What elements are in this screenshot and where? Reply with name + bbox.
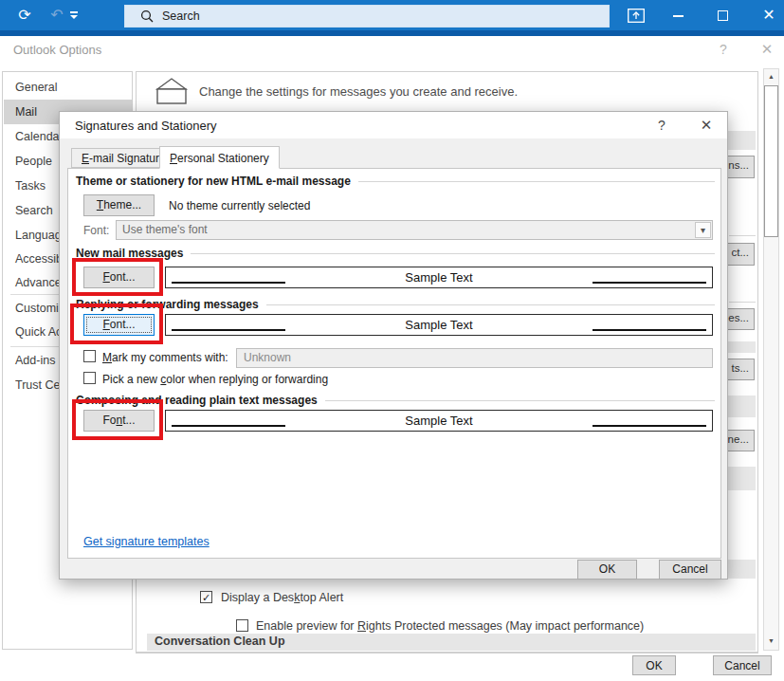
new-mail-sample-box: Sample Text xyxy=(165,267,713,288)
vertical-scrollbar[interactable]: ▲ ▼ xyxy=(763,68,779,651)
divider xyxy=(729,302,756,303)
font-combo-label: Font: xyxy=(83,224,109,237)
maximize-icon[interactable] xyxy=(718,10,728,21)
scroll-up-icon[interactable]: ▲ xyxy=(764,69,778,84)
pick-color-label[interactable]: Pick a new color when replying or forwar… xyxy=(102,373,328,386)
close-window-icon[interactable]: ✕ xyxy=(757,0,780,30)
get-signature-templates-link[interactable]: Get signature templates xyxy=(83,535,210,548)
dialog-ok-button[interactable]: OK xyxy=(577,560,637,580)
rights-preview-checkbox[interactable] xyxy=(236,619,248,632)
signatures-stationery-dialog: Signatures and Stationery ? ✕ E-mail Sig… xyxy=(59,111,728,580)
minimize-icon[interactable] xyxy=(673,15,684,17)
mark-comments-label[interactable]: Mark my comments with: xyxy=(102,351,228,364)
dialog-cancel-button[interactable]: Cancel xyxy=(659,560,721,580)
conversation-cleanup-header: Conversation Clean Up xyxy=(147,634,756,651)
options-ok-button[interactable]: OK xyxy=(632,655,676,675)
mail-panel-intro: Change the settings for messages you cre… xyxy=(199,84,518,99)
dialog-help-icon[interactable]: ? xyxy=(653,118,670,133)
search-placeholder: Search xyxy=(162,9,200,23)
scrollbar-thumb[interactable] xyxy=(764,85,778,237)
rights-preview-label[interactable]: Enable preview for Rights Protected mess… xyxy=(256,619,644,633)
theme-font-combobox[interactable]: Use theme's font ▾ xyxy=(116,220,713,240)
dialog-close-icon[interactable]: ✕ xyxy=(697,117,716,134)
options-close-icon[interactable]: ✕ xyxy=(759,41,775,58)
desktop-alert-checkbox[interactable]: ✓ xyxy=(200,591,212,603)
chevron-down-icon[interactable]: ▾ xyxy=(695,222,711,238)
sidebar-item-general[interactable]: General xyxy=(4,75,132,100)
theme-group-label: Theme or stationery for new HTML e-mail … xyxy=(76,175,358,188)
app-titlebar-accent-strip xyxy=(0,30,784,36)
scroll-down-icon[interactable]: ▼ xyxy=(764,634,778,649)
undo-icon[interactable]: ↶ xyxy=(46,0,68,30)
replying-group-header: Replying or forwarding messages xyxy=(76,298,715,311)
customize-toolbar-icon[interactable] xyxy=(68,0,80,19)
tab-personal-stationery[interactable]: Personal Stationery xyxy=(159,146,280,169)
search-icon xyxy=(140,9,154,23)
search-input[interactable]: Search xyxy=(124,5,610,28)
plain-text-group-header: Composing and reading plain text message… xyxy=(76,394,715,407)
envelope-icon xyxy=(155,76,189,110)
highlight-box-replying-font xyxy=(70,304,163,344)
options-window-title: Outlook Options xyxy=(13,43,101,57)
new-mail-group-header: New mail messages xyxy=(76,247,715,260)
theme-font-value: Use theme's font xyxy=(122,223,208,236)
desktop-alert-label[interactable]: Display a Desktop Alert xyxy=(221,591,343,604)
divider xyxy=(136,653,758,653)
theme-button[interactable]: Theme... xyxy=(83,194,155,216)
highlight-box-new-mail-font xyxy=(72,258,163,296)
personal-stationery-page: Theme or stationery for new HTML e-mail … xyxy=(67,168,721,559)
theme-group-header: Theme or stationery for new HTML e-mail … xyxy=(76,175,715,188)
highlight-box-plain-text-font xyxy=(72,399,163,440)
pick-color-checkbox[interactable] xyxy=(83,372,96,384)
mark-comments-checkbox[interactable] xyxy=(83,350,96,362)
divider xyxy=(729,235,756,236)
plain-text-sample-box: Sample Text xyxy=(165,410,713,432)
dialog-title: Signatures and Stationery xyxy=(75,119,217,133)
options-help-icon[interactable]: ? xyxy=(716,42,731,57)
options-cancel-button[interactable]: Cancel xyxy=(713,655,772,675)
theme-status-text: No theme currently selected xyxy=(169,199,310,212)
mark-comments-input[interactable]: Unknown xyxy=(236,348,713,368)
replying-sample-box: Sample Text xyxy=(165,314,713,336)
send-receive-icon[interactable]: ⟳ xyxy=(13,0,36,30)
ribbon-display-options-icon[interactable] xyxy=(628,9,645,27)
